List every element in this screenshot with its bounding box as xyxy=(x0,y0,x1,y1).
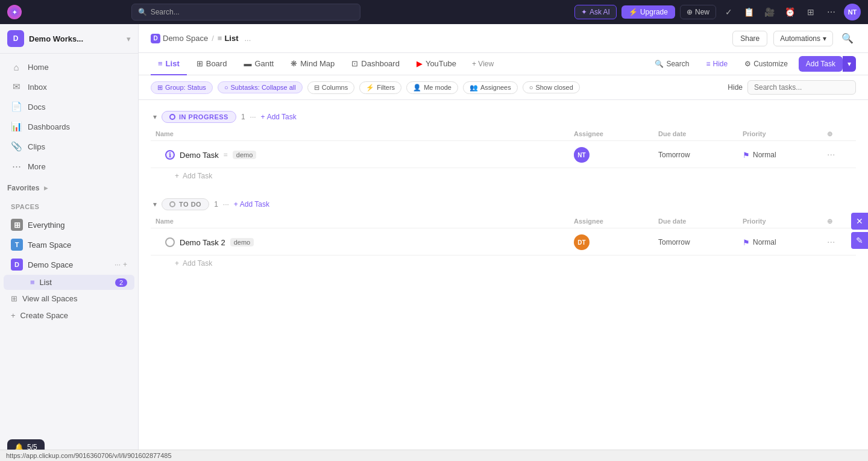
check-icon[interactable]: ✓ xyxy=(721,4,737,20)
grid-icon[interactable]: ⊞ xyxy=(803,4,819,20)
sidebar-item-inbox[interactable]: ✉ Inbox xyxy=(4,77,134,96)
col-add-to-do[interactable]: ⊕ xyxy=(827,218,851,225)
upgrade-button[interactable]: ⚡ Upgrade xyxy=(621,5,675,19)
filter-chip-group-status[interactable]: ⊞ Group: Status xyxy=(151,81,213,94)
tab-list-label: List xyxy=(166,59,180,68)
tab-dashboard[interactable]: ⊡ Dashboard xyxy=(344,53,407,75)
ai-icon: ✦ xyxy=(581,8,587,16)
docs-icon: 📄 xyxy=(11,101,22,112)
add-task-row-in-progress[interactable]: + Add Task xyxy=(151,168,856,184)
task-status-icon-in-progress xyxy=(165,150,175,160)
calendar-icon[interactable]: 📋 xyxy=(741,4,757,20)
demo-space-add-btn[interactable]: + xyxy=(123,260,127,269)
group-chevron-in-progress[interactable]: ▾ xyxy=(153,113,157,121)
header-search-button[interactable]: 🔍 xyxy=(839,30,856,46)
task-row[interactable]: Demo Task 2 demo DT Tomorrow ⚑ Normal ··… xyxy=(151,230,856,256)
filter-chip-assignees[interactable]: 👥 Assignees xyxy=(463,81,518,94)
hide-button[interactable]: ≡ Hide xyxy=(700,57,734,71)
breadcrumb-more-btn[interactable]: ... xyxy=(245,34,251,43)
search-icon: 🔍 xyxy=(138,8,147,16)
filter-chip-columns[interactable]: ⊟ Columns xyxy=(307,81,354,94)
automations-button[interactable]: Automations ▾ xyxy=(773,31,833,46)
breadcrumb-list[interactable]: ≡ List xyxy=(218,34,239,43)
task-assignee-cell-2: DT xyxy=(574,234,658,250)
group-header-to-do[interactable]: ▾ TO DO 1 ··· + Add Task xyxy=(151,193,856,215)
filter-chip-me-mode[interactable]: 👤 Me mode xyxy=(406,81,458,94)
favorites-chevron-icon: ▸ xyxy=(44,184,48,192)
task-assignee-avatar-1: NT xyxy=(574,147,590,163)
search-tasks-input[interactable] xyxy=(747,80,856,95)
share-button[interactable]: Share xyxy=(732,31,767,46)
sidebar-item-home[interactable]: ⌂ Home xyxy=(4,58,134,77)
task-more-btn-2[interactable]: ··· xyxy=(827,237,851,248)
add-task-chevron-button[interactable]: ▾ xyxy=(843,56,856,72)
video-icon[interactable]: 🎥 xyxy=(762,4,778,20)
col-add-in-progress[interactable]: ⊕ xyxy=(827,130,851,138)
customize-button[interactable]: ⚙ Customize xyxy=(738,57,794,71)
tab-youtube-label: YouTube xyxy=(426,59,456,68)
user-avatar-top[interactable]: NT xyxy=(844,4,861,20)
new-button[interactable]: ⊕ New xyxy=(680,5,716,19)
filter-hide-button[interactable]: Hide xyxy=(728,83,743,92)
sidebar-item-more[interactable]: ⋯ More xyxy=(4,157,134,176)
filter-chip-filters[interactable]: ⚡ Filters xyxy=(359,81,401,94)
add-task-row-to-do[interactable]: + Add Task xyxy=(151,256,856,271)
group-add-task-in-progress[interactable]: + Add Task xyxy=(261,113,297,121)
add-task-row-plus-icon: + xyxy=(175,172,179,180)
apps-icon[interactable]: ⋯ xyxy=(823,4,839,20)
sidebar-item-team-space[interactable]: T Team Space xyxy=(4,235,134,254)
search-tab-label: Search xyxy=(666,60,689,68)
sidebar-item-demo-space[interactable]: D Demo Space ··· + xyxy=(4,255,134,274)
sidebar-item-clips[interactable]: 📎 Clips xyxy=(4,137,134,156)
tab-mind-map[interactable]: ❋ Mind Map xyxy=(283,53,342,75)
task-row[interactable]: Demo Task = demo NT Tomorrow ⚑ Normal ··… xyxy=(151,142,856,168)
group-status-label-to-do: TO DO xyxy=(179,201,201,208)
add-task-plus-icon: + xyxy=(261,113,265,121)
ask-ai-button[interactable]: ✦ Ask AI xyxy=(574,5,617,19)
group-add-task-to-do[interactable]: + Add Task xyxy=(234,200,269,209)
add-view-button[interactable]: + View xyxy=(466,55,500,73)
filter-chip-show-closed[interactable]: ○ Show closed xyxy=(523,81,580,93)
sidebar-item-everything[interactable]: ⊞ Everything xyxy=(4,215,134,234)
tab-youtube[interactable]: ▶ YouTube xyxy=(409,53,464,75)
breadcrumb-space-name: Demo Space xyxy=(163,34,208,43)
global-search[interactable]: 🔍 Search... xyxy=(131,4,360,20)
demo-space-actions: ··· + xyxy=(115,260,127,269)
demo-space-more-btn[interactable]: ··· xyxy=(115,260,121,269)
tab-board[interactable]: ⊞ Board xyxy=(189,53,234,75)
col-assignee-to-do: Assignee xyxy=(574,218,658,225)
tab-gantt[interactable]: ▬ Gantt xyxy=(236,53,281,75)
task-table-header-to-do: Name Assignee Due date Priority ⊕ xyxy=(151,215,856,228)
workspace-selector[interactable]: D Demo Works... ▾ xyxy=(0,24,138,54)
favorites-section[interactable]: Favorites ▸ xyxy=(0,180,138,196)
add-task-row-label-in-progress: Add Task xyxy=(183,172,212,180)
main-content: D Demo Space / ≡ List ... Share Automati… xyxy=(139,24,868,461)
sidebar-item-clips-label: Clips xyxy=(28,142,45,151)
search-tab-button[interactable]: 🔍 Search xyxy=(649,57,695,71)
right-float-edit-btn[interactable]: ✎ xyxy=(851,232,868,249)
group-to-do: ▾ TO DO 1 ··· + Add Task Name Assignee xyxy=(151,193,856,271)
group-more-to-do[interactable]: ··· xyxy=(223,200,229,209)
sidebar-item-create-space[interactable]: + Create Space xyxy=(4,307,134,324)
add-task-button[interactable]: Add Task xyxy=(799,56,843,72)
clock-icon[interactable]: ⏰ xyxy=(782,4,798,20)
assignees-label: Assignees xyxy=(480,84,511,91)
sidebar-item-everything-label: Everything xyxy=(28,221,64,230)
app-logo[interactable]: ✦ xyxy=(7,5,22,19)
breadcrumb-demo-space[interactable]: D Demo Space xyxy=(151,34,208,43)
sidebar-item-view-all-spaces[interactable]: ⊞ View all Spaces xyxy=(4,290,134,307)
sidebar-item-list[interactable]: ≡ List 2 xyxy=(4,275,134,290)
sidebar-item-dashboards[interactable]: 📊 Dashboards xyxy=(4,117,134,136)
group-header-in-progress[interactable]: ▾ IN PROGRESS 1 ··· + Add Task xyxy=(151,106,856,128)
task-more-btn-1[interactable]: ··· xyxy=(827,149,851,160)
filter-bar: ⊞ Group: Status ○ Subtasks: Collapse all… xyxy=(139,75,868,100)
tab-list[interactable]: ≡ List xyxy=(151,53,187,75)
right-float-close-btn[interactable]: ✕ xyxy=(851,213,868,230)
group-more-in-progress[interactable]: ··· xyxy=(250,113,256,121)
group-count-to-do: 1 xyxy=(214,200,218,209)
view-all-spaces-label: View all Spaces xyxy=(22,294,78,303)
sidebar-item-docs[interactable]: 📄 Docs xyxy=(4,97,134,116)
filter-chip-subtasks[interactable]: ○ Subtasks: Collapse all xyxy=(218,81,303,93)
group-chevron-to-do[interactable]: ▾ xyxy=(153,200,157,209)
clips-icon: 📎 xyxy=(11,141,22,152)
